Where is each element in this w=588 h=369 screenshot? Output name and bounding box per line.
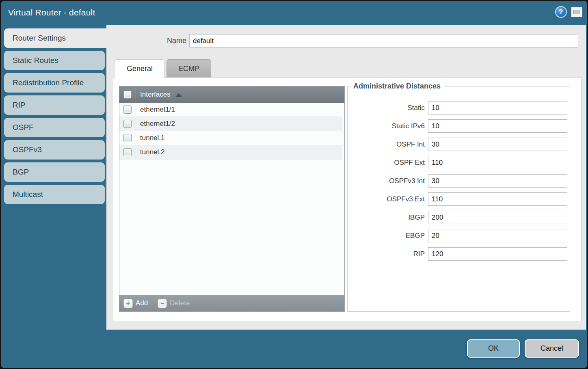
add-plus-icon: + xyxy=(123,299,133,308)
table-scrollbar[interactable] xyxy=(342,103,344,295)
row-checkbox[interactable] xyxy=(123,148,132,156)
page-title: Virtual Router - default xyxy=(8,8,95,17)
restore-window-icon[interactable] xyxy=(571,7,582,17)
ok-button[interactable]: OK xyxy=(467,339,520,358)
admin-distance-fields: StaticStatic IPv6OSPF IntOSPF ExtOSPFv3 … xyxy=(348,96,570,261)
field-input-static[interactable] xyxy=(428,101,567,114)
tab-ecmp[interactable]: ECMP xyxy=(166,59,211,78)
table-row[interactable]: tunnel.1 xyxy=(119,131,344,145)
sidebar-item-ospf[interactable]: OSPF xyxy=(4,118,105,137)
field-label-ospfv3-ext: OSPFv3 Ext xyxy=(348,195,425,203)
field-input-ospf-int[interactable] xyxy=(428,138,567,151)
row-checkbox[interactable] xyxy=(123,134,132,142)
name-input[interactable] xyxy=(189,34,578,47)
row-checkbox-cell xyxy=(119,131,136,145)
sidebar-item-router-settings[interactable]: Router Settings xyxy=(4,28,106,48)
field-label-ospf-ext: OSPF Ext xyxy=(348,159,425,167)
sidebar-item-ospfv3[interactable]: OSPFv3 xyxy=(4,140,105,160)
delete-button[interactable]: − Delete xyxy=(158,299,190,308)
admin-distance-row: EBGP xyxy=(348,229,570,242)
row-checkbox[interactable] xyxy=(123,120,132,128)
field-label-ibgp: IBGP xyxy=(348,214,425,222)
header-checkbox-cell xyxy=(119,86,136,103)
titlebar-icons: ? xyxy=(555,6,582,18)
table-row[interactable]: ethernet1/2 xyxy=(119,117,344,131)
sidebar-item-static-routes[interactable]: Static Routes xyxy=(4,51,105,70)
field-input-ebgp[interactable] xyxy=(428,229,567,242)
admin-distance-row: OSPF Ext xyxy=(348,156,570,169)
plus-glyph: + xyxy=(126,300,130,307)
interfaces-rows: ethernet1/1ethernet1/2tunnel.1tunnel.2 xyxy=(119,103,344,295)
tab-bar: GeneralECMP xyxy=(115,59,211,78)
interface-name: ethernet1/1 xyxy=(136,106,175,114)
field-label-ebgp: EBGP xyxy=(348,232,425,240)
field-label-ospfv3-int: OSPFv3 Int xyxy=(348,177,425,185)
row-checkbox-cell xyxy=(119,145,136,159)
sidebar-item-rip[interactable]: RIP xyxy=(4,95,105,115)
add-button[interactable]: + Add xyxy=(123,299,148,308)
add-button-label: Add xyxy=(136,299,148,307)
field-label-static-ipv6: Static IPv6 xyxy=(348,122,425,130)
admin-distance-row: IBGP xyxy=(348,211,570,224)
administrative-distances-fieldset: Administrative Distances StaticStatic IP… xyxy=(347,82,570,312)
name-label: Name xyxy=(123,34,186,47)
select-all-checkbox[interactable] xyxy=(123,91,132,99)
field-input-ospfv3-ext[interactable] xyxy=(428,192,567,206)
field-label-rip: RIP xyxy=(348,250,425,258)
interfaces-table-header[interactable]: Interfaces xyxy=(119,86,344,103)
admin-distance-row: OSPFv3 Int xyxy=(348,174,570,188)
field-input-ibgp[interactable] xyxy=(428,211,567,224)
field-label-static: Static xyxy=(348,104,425,112)
admin-distance-row: Static xyxy=(348,101,570,114)
row-checkbox-cell xyxy=(119,103,136,117)
titlebar: Virtual Router - default ? xyxy=(1,1,587,25)
interface-name: ethernet1/2 xyxy=(136,120,175,128)
field-input-ospf-ext[interactable] xyxy=(428,156,567,169)
interfaces-table: Interfaces ethernet1/1ethernet1/2tunnel.… xyxy=(119,86,345,312)
sidebar-item-multicast[interactable]: Multicast xyxy=(4,185,105,204)
interface-name: tunnel.2 xyxy=(136,148,165,156)
field-input-ospfv3-int[interactable] xyxy=(428,174,567,188)
field-input-static-ipv6[interactable] xyxy=(428,119,567,133)
sidebar-item-redistribution-profile[interactable]: Redistribution Profile xyxy=(4,73,105,93)
interfaces-column-header: Interfaces xyxy=(140,91,171,99)
field-label-ospf-int: OSPF Int xyxy=(348,140,425,149)
row-checkbox[interactable] xyxy=(123,106,132,114)
field-input-rip[interactable] xyxy=(428,247,567,261)
admin-distance-row: OSPFv3 Ext xyxy=(348,192,570,206)
admin-distance-row: OSPF Int xyxy=(348,138,570,151)
virtual-router-dialog: Virtual Router - default ? Router Settin… xyxy=(1,1,587,368)
sidebar: Router SettingsStatic RoutesRedistributi… xyxy=(4,28,106,207)
administrative-distances-title: Administrative Distances xyxy=(351,82,443,91)
delete-minus-icon: − xyxy=(158,299,167,308)
admin-distance-row: RIP xyxy=(348,247,570,261)
table-row[interactable]: tunnel.2 xyxy=(119,145,344,160)
admin-distance-row: Static IPv6 xyxy=(348,119,570,133)
minus-glyph: − xyxy=(160,300,164,306)
tab-general[interactable]: General xyxy=(115,59,164,78)
restore-window-icon-inner xyxy=(573,10,580,14)
help-icon[interactable]: ? xyxy=(555,6,567,18)
interfaces-table-footer: + Add − Delete xyxy=(119,295,344,311)
table-row[interactable]: ethernet1/1 xyxy=(119,103,344,117)
cancel-button[interactable]: Cancel xyxy=(525,339,579,358)
sidebar-item-bgp[interactable]: BGP xyxy=(4,162,105,182)
delete-button-label: Delete xyxy=(170,299,190,307)
row-checkbox-cell xyxy=(119,117,136,131)
sort-ascending-icon xyxy=(175,93,182,97)
interface-name: tunnel.1 xyxy=(136,134,165,142)
